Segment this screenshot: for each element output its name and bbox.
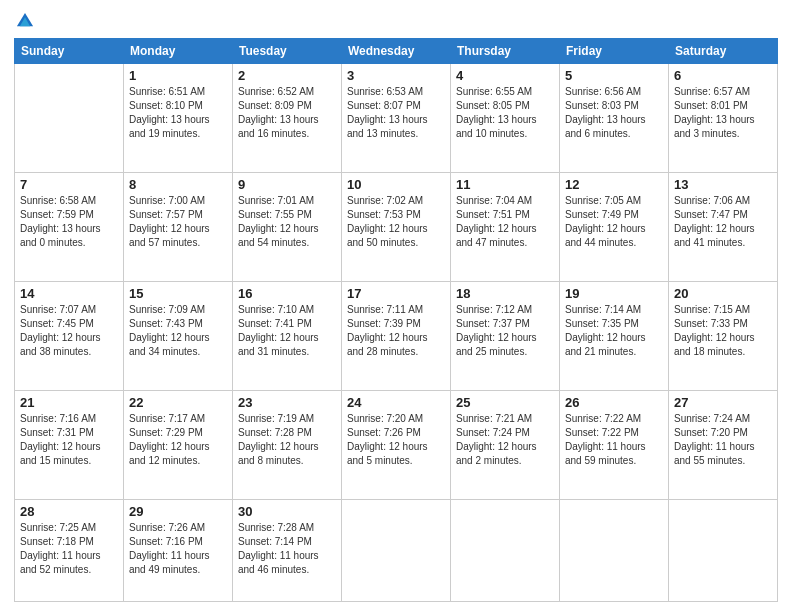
calendar-header: SundayMondayTuesdayWednesdayThursdayFrid… (15, 39, 778, 64)
day-number: 29 (129, 504, 227, 519)
day-info: Sunrise: 7:19 AM Sunset: 7:28 PM Dayligh… (238, 412, 336, 468)
day-info: Sunrise: 7:17 AM Sunset: 7:29 PM Dayligh… (129, 412, 227, 468)
weekday-header-wednesday: Wednesday (342, 39, 451, 64)
day-info: Sunrise: 7:00 AM Sunset: 7:57 PM Dayligh… (129, 194, 227, 250)
day-number: 15 (129, 286, 227, 301)
calendar-cell: 17Sunrise: 7:11 AM Sunset: 7:39 PM Dayli… (342, 282, 451, 391)
weekday-header-thursday: Thursday (451, 39, 560, 64)
day-info: Sunrise: 7:21 AM Sunset: 7:24 PM Dayligh… (456, 412, 554, 468)
calendar-cell (451, 500, 560, 602)
weekday-header-friday: Friday (560, 39, 669, 64)
week-row-4: 21Sunrise: 7:16 AM Sunset: 7:31 PM Dayli… (15, 391, 778, 500)
logo-icon (14, 10, 36, 32)
calendar-cell: 26Sunrise: 7:22 AM Sunset: 7:22 PM Dayli… (560, 391, 669, 500)
day-info: Sunrise: 7:22 AM Sunset: 7:22 PM Dayligh… (565, 412, 663, 468)
day-number: 2 (238, 68, 336, 83)
day-number: 11 (456, 177, 554, 192)
calendar-cell: 4Sunrise: 6:55 AM Sunset: 8:05 PM Daylig… (451, 64, 560, 173)
calendar-cell: 9Sunrise: 7:01 AM Sunset: 7:55 PM Daylig… (233, 173, 342, 282)
calendar-cell: 2Sunrise: 6:52 AM Sunset: 8:09 PM Daylig… (233, 64, 342, 173)
day-info: Sunrise: 7:14 AM Sunset: 7:35 PM Dayligh… (565, 303, 663, 359)
day-number: 25 (456, 395, 554, 410)
day-number: 5 (565, 68, 663, 83)
day-info: Sunrise: 6:57 AM Sunset: 8:01 PM Dayligh… (674, 85, 772, 141)
page: SundayMondayTuesdayWednesdayThursdayFrid… (0, 0, 792, 612)
calendar-table: SundayMondayTuesdayWednesdayThursdayFrid… (14, 38, 778, 602)
calendar-cell: 13Sunrise: 7:06 AM Sunset: 7:47 PM Dayli… (669, 173, 778, 282)
calendar-cell: 20Sunrise: 7:15 AM Sunset: 7:33 PM Dayli… (669, 282, 778, 391)
day-info: Sunrise: 6:56 AM Sunset: 8:03 PM Dayligh… (565, 85, 663, 141)
day-info: Sunrise: 6:53 AM Sunset: 8:07 PM Dayligh… (347, 85, 445, 141)
week-row-3: 14Sunrise: 7:07 AM Sunset: 7:45 PM Dayli… (15, 282, 778, 391)
weekday-header-sunday: Sunday (15, 39, 124, 64)
calendar-cell: 8Sunrise: 7:00 AM Sunset: 7:57 PM Daylig… (124, 173, 233, 282)
day-number: 14 (20, 286, 118, 301)
day-number: 20 (674, 286, 772, 301)
day-number: 22 (129, 395, 227, 410)
calendar-cell (15, 64, 124, 173)
weekday-header-tuesday: Tuesday (233, 39, 342, 64)
weekday-row: SundayMondayTuesdayWednesdayThursdayFrid… (15, 39, 778, 64)
day-number: 9 (238, 177, 336, 192)
calendar-cell: 1Sunrise: 6:51 AM Sunset: 8:10 PM Daylig… (124, 64, 233, 173)
day-number: 6 (674, 68, 772, 83)
calendar-cell: 16Sunrise: 7:10 AM Sunset: 7:41 PM Dayli… (233, 282, 342, 391)
day-info: Sunrise: 7:26 AM Sunset: 7:16 PM Dayligh… (129, 521, 227, 577)
calendar-cell: 19Sunrise: 7:14 AM Sunset: 7:35 PM Dayli… (560, 282, 669, 391)
day-number: 10 (347, 177, 445, 192)
calendar-cell: 5Sunrise: 6:56 AM Sunset: 8:03 PM Daylig… (560, 64, 669, 173)
day-info: Sunrise: 7:01 AM Sunset: 7:55 PM Dayligh… (238, 194, 336, 250)
day-number: 26 (565, 395, 663, 410)
calendar-cell: 7Sunrise: 6:58 AM Sunset: 7:59 PM Daylig… (15, 173, 124, 282)
day-number: 24 (347, 395, 445, 410)
day-number: 18 (456, 286, 554, 301)
calendar-cell: 24Sunrise: 7:20 AM Sunset: 7:26 PM Dayli… (342, 391, 451, 500)
calendar-cell (342, 500, 451, 602)
day-number: 17 (347, 286, 445, 301)
day-info: Sunrise: 6:55 AM Sunset: 8:05 PM Dayligh… (456, 85, 554, 141)
day-info: Sunrise: 7:20 AM Sunset: 7:26 PM Dayligh… (347, 412, 445, 468)
day-number: 28 (20, 504, 118, 519)
day-info: Sunrise: 7:04 AM Sunset: 7:51 PM Dayligh… (456, 194, 554, 250)
calendar-cell: 21Sunrise: 7:16 AM Sunset: 7:31 PM Dayli… (15, 391, 124, 500)
day-number: 23 (238, 395, 336, 410)
day-info: Sunrise: 7:15 AM Sunset: 7:33 PM Dayligh… (674, 303, 772, 359)
day-info: Sunrise: 7:12 AM Sunset: 7:37 PM Dayligh… (456, 303, 554, 359)
day-number: 30 (238, 504, 336, 519)
calendar-cell: 28Sunrise: 7:25 AM Sunset: 7:18 PM Dayli… (15, 500, 124, 602)
day-info: Sunrise: 7:07 AM Sunset: 7:45 PM Dayligh… (20, 303, 118, 359)
calendar-cell: 15Sunrise: 7:09 AM Sunset: 7:43 PM Dayli… (124, 282, 233, 391)
calendar-cell (560, 500, 669, 602)
day-number: 12 (565, 177, 663, 192)
day-info: Sunrise: 7:25 AM Sunset: 7:18 PM Dayligh… (20, 521, 118, 577)
calendar-cell: 11Sunrise: 7:04 AM Sunset: 7:51 PM Dayli… (451, 173, 560, 282)
day-info: Sunrise: 7:10 AM Sunset: 7:41 PM Dayligh… (238, 303, 336, 359)
day-number: 1 (129, 68, 227, 83)
calendar-body: 1Sunrise: 6:51 AM Sunset: 8:10 PM Daylig… (15, 64, 778, 602)
weekday-header-monday: Monday (124, 39, 233, 64)
day-number: 19 (565, 286, 663, 301)
calendar-cell: 6Sunrise: 6:57 AM Sunset: 8:01 PM Daylig… (669, 64, 778, 173)
day-info: Sunrise: 7:02 AM Sunset: 7:53 PM Dayligh… (347, 194, 445, 250)
logo (14, 10, 40, 32)
weekday-header-saturday: Saturday (669, 39, 778, 64)
calendar-cell: 3Sunrise: 6:53 AM Sunset: 8:07 PM Daylig… (342, 64, 451, 173)
calendar-cell: 12Sunrise: 7:05 AM Sunset: 7:49 PM Dayli… (560, 173, 669, 282)
day-info: Sunrise: 7:16 AM Sunset: 7:31 PM Dayligh… (20, 412, 118, 468)
day-info: Sunrise: 6:51 AM Sunset: 8:10 PM Dayligh… (129, 85, 227, 141)
calendar-cell: 18Sunrise: 7:12 AM Sunset: 7:37 PM Dayli… (451, 282, 560, 391)
day-info: Sunrise: 7:28 AM Sunset: 7:14 PM Dayligh… (238, 521, 336, 577)
calendar-cell: 14Sunrise: 7:07 AM Sunset: 7:45 PM Dayli… (15, 282, 124, 391)
calendar-cell: 27Sunrise: 7:24 AM Sunset: 7:20 PM Dayli… (669, 391, 778, 500)
day-info: Sunrise: 6:58 AM Sunset: 7:59 PM Dayligh… (20, 194, 118, 250)
calendar-cell: 30Sunrise: 7:28 AM Sunset: 7:14 PM Dayli… (233, 500, 342, 602)
day-number: 21 (20, 395, 118, 410)
day-number: 8 (129, 177, 227, 192)
day-info: Sunrise: 7:06 AM Sunset: 7:47 PM Dayligh… (674, 194, 772, 250)
day-number: 27 (674, 395, 772, 410)
day-info: Sunrise: 6:52 AM Sunset: 8:09 PM Dayligh… (238, 85, 336, 141)
day-info: Sunrise: 7:05 AM Sunset: 7:49 PM Dayligh… (565, 194, 663, 250)
calendar-cell: 25Sunrise: 7:21 AM Sunset: 7:24 PM Dayli… (451, 391, 560, 500)
day-info: Sunrise: 7:24 AM Sunset: 7:20 PM Dayligh… (674, 412, 772, 468)
week-row-5: 28Sunrise: 7:25 AM Sunset: 7:18 PM Dayli… (15, 500, 778, 602)
